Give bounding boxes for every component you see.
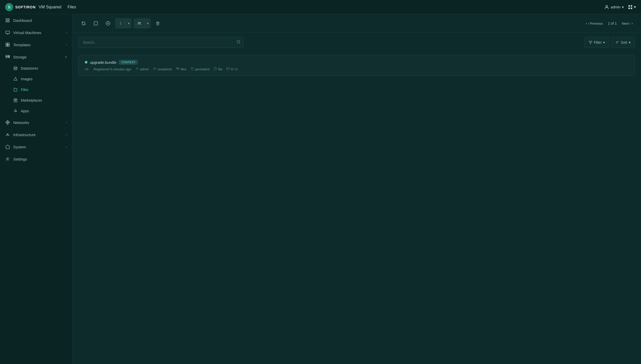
ownership-dropdown[interactable]: ▾ [134,18,151,28]
svg-point-38 [237,40,240,43]
images-icon [13,77,18,81]
file-persistent: persistent [191,67,209,71]
sidebar-item-label: Templates [13,43,63,47]
filter-button[interactable]: Filter ▾ [584,37,609,48]
pagination: ‹ ‹ Previous 1 of 1 Next › › [584,20,635,26]
sidebar-item-label: Dashboard [13,18,67,23]
sidebar-item-files[interactable]: Files [0,84,72,95]
templates-icon [5,42,10,47]
sidebar-item-dashboard[interactable]: Dashboard [0,14,72,26]
sidebar-item-marketplaces[interactable]: Marketplaces [0,95,72,106]
pagination-info: 1 of 1 [608,21,617,25]
sidebar-item-infrastructure[interactable]: Infrastructure › [0,129,72,141]
breadcrumb-app: VM Squared [39,5,61,9]
user-icon [604,5,609,10]
svg-point-18 [14,67,17,68]
sidebar-item-templates[interactable]: Templates › [0,39,72,51]
svg-rect-3 [629,7,630,9]
chevron-right-icon: › [66,43,67,46]
sidebar-item-system[interactable]: System › [0,141,72,153]
type-icon [214,67,217,71]
svg-rect-1 [629,5,630,7]
apps-icon [13,109,18,113]
search-button[interactable] [237,40,241,45]
logo-icon: S [5,3,13,11]
main-layout: Dashboard Virtual Machines › Templates › [0,14,641,364]
sidebar-item-label: Storage [13,55,62,59]
vm-icon [5,30,10,35]
file-card-header: upgrade.bundle CONTEXT [85,60,629,65]
select-button[interactable] [91,18,101,28]
sidebar-item-networks[interactable]: Networks › [0,116,72,129]
sidebar-item-datastores[interactable]: Datastores [0,63,72,74]
owner-icon [135,67,139,71]
svg-rect-11 [8,43,9,44]
grid-menu[interactable]: ▾ [628,5,636,10]
delete-button[interactable] [153,18,163,28]
sidebar-item-storage[interactable]: Storage ∨ [0,51,72,63]
svg-rect-29 [94,22,98,25]
chevron-right-icon: › [66,145,67,149]
chevron-right-icon: › [66,31,67,34]
files-icon [13,87,18,92]
sort-button[interactable]: Sort ▾ [611,37,635,48]
system-icon [5,144,10,149]
sidebar-item-apps[interactable]: Apps [0,106,72,116]
actions-main-button[interactable] [115,18,126,28]
file-usage: 0 / 0 [226,67,237,71]
networks-icon [5,120,10,125]
svg-rect-7 [6,21,7,22]
user-menu[interactable]: admin ▾ [604,5,624,10]
sidebar-item-label: Networks [13,120,63,125]
settings-icon [5,156,10,162]
svg-point-46 [155,68,156,69]
file-card[interactable]: upgrade.bundle CONTEXT #5 Registered 5 m… [79,55,635,76]
ownership-arrow-button[interactable]: ▾ [145,18,151,28]
persistent-icon [191,67,194,71]
svg-line-39 [239,43,240,43]
svg-rect-10 [6,43,7,44]
sidebar-item-settings[interactable]: Settings [0,153,72,165]
marketplaces-icon [13,98,18,103]
previous-button[interactable]: ‹ ‹ Previous [584,20,605,26]
sidebar-item-label: Infrastructure [13,133,63,137]
refresh-button[interactable] [79,18,89,28]
svg-rect-13 [8,45,9,46]
svg-rect-48 [176,69,179,69]
svg-point-28 [7,159,8,160]
actions-arrow-button[interactable]: ▾ [126,18,132,28]
svg-marker-19 [14,77,17,80]
chevron-down-icon: ∨ [65,55,67,59]
dashboard-icon [5,18,10,23]
datastore-icon [176,67,179,71]
sidebar-item-virtual-machines[interactable]: Virtual Machines › [0,26,72,39]
file-owner: admin [135,67,149,71]
sidebar-sub-item-label: Datastores [21,66,38,70]
svg-rect-4 [631,7,632,9]
sidebar-item-images[interactable]: Images [0,74,72,84]
add-button[interactable] [103,18,113,28]
filter-sort-controls: Filter ▾ Sort ▾ [584,37,635,48]
svg-point-17 [9,57,9,57]
actions-dropdown[interactable]: ▾ [115,18,132,28]
sidebar-sub-item-label: Apps [21,109,29,113]
svg-rect-6 [8,19,9,20]
grid-icon [628,5,633,10]
svg-point-16 [9,56,9,56]
ownership-main-button[interactable] [134,18,145,28]
content-area: ▾ ▾ [72,14,641,364]
next-button[interactable]: Next › › [620,20,635,26]
svg-marker-40 [589,41,592,44]
file-datastore: files [176,67,186,71]
toolbar: ▾ ▾ [72,14,641,33]
svg-point-37 [139,22,140,23]
file-list: upgrade.bundle CONTEXT #5 Registered 5 m… [72,52,641,364]
svg-rect-2 [631,5,632,7]
chevron-right-icon: › [66,133,67,136]
svg-rect-47 [176,68,179,68]
sidebar-item-label: Virtual Machines [13,30,63,35]
logo-area: S SOFTIRON [5,3,36,11]
svg-rect-23 [7,123,8,124]
breadcrumb: VM Squared Files [39,5,76,9]
search-input[interactable] [79,37,244,48]
